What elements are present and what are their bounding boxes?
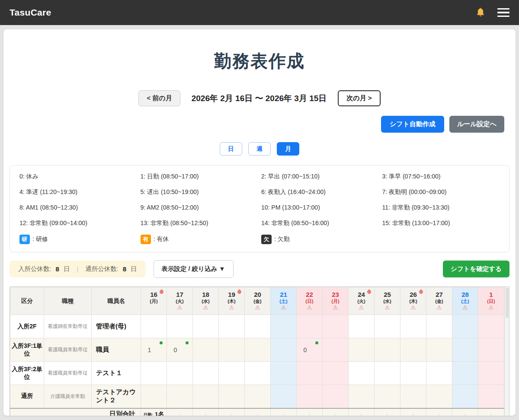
- staff-kubun: 入所3F:1単位: [10, 338, 44, 362]
- warning-icon: ⚠: [323, 304, 348, 311]
- date-column-header-23[interactable]: 23(月)⚠: [323, 287, 349, 315]
- shift-cell[interactable]: [167, 315, 193, 338]
- shift-cell[interactable]: [219, 315, 245, 338]
- shift-legend-item: 0: 休み: [18, 169, 139, 185]
- date-column-header-25[interactable]: 25(水)⚠: [375, 287, 400, 315]
- shift-cell[interactable]: [323, 385, 349, 408]
- shift-cell[interactable]: [426, 315, 452, 338]
- shift-cell[interactable]: [193, 338, 219, 362]
- view-tab-日[interactable]: 日: [220, 142, 242, 156]
- shift-cell[interactable]: [141, 315, 167, 338]
- shift-cell[interactable]: [478, 315, 504, 338]
- vertical-scrollbar-thumb[interactable]: [506, 288, 509, 318]
- notification-bell-icon[interactable]: [475, 7, 486, 18]
- shift-cell[interactable]: [271, 315, 297, 338]
- date-column-header-19[interactable]: 19(木)⚠: [219, 287, 245, 315]
- shift-cell[interactable]: [478, 338, 504, 362]
- shift-cell[interactable]: [375, 338, 400, 362]
- shift-cell[interactable]: [400, 315, 426, 338]
- next-month-button[interactable]: 次の月 >: [338, 90, 380, 106]
- shift-cell[interactable]: [426, 385, 452, 408]
- nyusho-holiday-value: 8: [56, 265, 59, 273]
- shift-cell[interactable]: [349, 385, 375, 408]
- daily-total-cell: -: [297, 408, 323, 416]
- shift-cell[interactable]: 0: [167, 338, 193, 362]
- shift-cell[interactable]: [219, 362, 245, 385]
- date-column-header-20[interactable]: 20(金)⚠: [245, 287, 271, 315]
- shift-cell[interactable]: [219, 338, 245, 362]
- shift-cell[interactable]: [452, 338, 478, 362]
- shift-cell[interactable]: [349, 315, 375, 338]
- date-column-header-24[interactable]: 24(火)⚠: [349, 287, 375, 315]
- date-number: 21: [271, 291, 296, 299]
- vertical-scrollbar[interactable]: [504, 287, 509, 416]
- shift-cell[interactable]: [297, 315, 323, 338]
- date-column-header-17[interactable]: 17(火)⚠: [167, 287, 193, 315]
- date-weekday: (土): [452, 299, 478, 304]
- empty-total: -: [490, 411, 492, 416]
- shift-cell[interactable]: [349, 338, 375, 362]
- shift-cell[interactable]: [245, 362, 271, 385]
- shift-cell[interactable]: [193, 385, 219, 408]
- shift-cell[interactable]: [271, 385, 297, 408]
- shift-cell[interactable]: [375, 362, 400, 385]
- view-tab-月[interactable]: 月: [277, 142, 299, 156]
- shift-cell[interactable]: [271, 338, 297, 362]
- shift-cell[interactable]: [245, 315, 271, 338]
- shift-cell[interactable]: [323, 315, 349, 338]
- confirm-shift-button[interactable]: シフトを確定する: [443, 261, 509, 277]
- shift-cell[interactable]: [426, 362, 452, 385]
- table-toolbar: 入所公休数: 8 日 | 通所公休数: 8 日 表示設定 / 絞り込み ▼ シフ…: [10, 260, 509, 278]
- daily-total-cell: -: [323, 408, 349, 416]
- shift-cell[interactable]: [141, 362, 167, 385]
- shift-cell[interactable]: [478, 362, 504, 385]
- nyusho-holiday-label: 入所公休数:: [18, 265, 51, 273]
- shift-cell[interactable]: [400, 338, 426, 362]
- shift-cell[interactable]: [167, 385, 193, 408]
- shift-cell[interactable]: [245, 338, 271, 362]
- shift-cell[interactable]: [452, 315, 478, 338]
- shift-cell[interactable]: [167, 362, 193, 385]
- shift-cell[interactable]: [297, 362, 323, 385]
- staff-row: 通所介護職員非常勤テストアカウント２: [10, 385, 504, 408]
- warning-icon: ⚠: [478, 304, 504, 311]
- shift-cell[interactable]: [426, 338, 452, 362]
- date-column-header-18[interactable]: 18(水)⚠: [193, 287, 219, 315]
- shift-cell[interactable]: [452, 385, 478, 408]
- date-column-header-21[interactable]: 21(土)⚠: [271, 287, 297, 315]
- column-header-name: 職員名: [92, 287, 141, 315]
- shift-cell[interactable]: [297, 385, 323, 408]
- date-column-header-16[interactable]: 16(月): [141, 287, 167, 315]
- view-tab-週[interactable]: 週: [248, 142, 271, 156]
- shift-cell[interactable]: [400, 362, 426, 385]
- shift-cell[interactable]: [193, 315, 219, 338]
- shift-cell[interactable]: 0: [297, 338, 323, 362]
- shift-cell[interactable]: [323, 338, 349, 362]
- shift-cell[interactable]: [219, 385, 245, 408]
- rule-settings-button[interactable]: ルール設定へ: [449, 116, 504, 133]
- date-column-header-26[interactable]: 26(木)⚠: [400, 287, 426, 315]
- shift-cell[interactable]: [349, 362, 375, 385]
- shift-cell[interactable]: [271, 362, 297, 385]
- date-column-header-28[interactable]: 28(土)⚠: [452, 287, 478, 315]
- date-column-header-27[interactable]: 27(金)⚠: [426, 287, 452, 315]
- date-column-header-1[interactable]: 1(日)⚠: [478, 287, 504, 315]
- menu-hamburger-icon[interactable]: [497, 8, 509, 17]
- shift-cell[interactable]: [452, 362, 478, 385]
- prev-month-button[interactable]: < 前の月: [138, 90, 180, 106]
- shift-cell[interactable]: [400, 385, 426, 408]
- date-column-header-22[interactable]: 22(日)⚠: [297, 287, 323, 315]
- shift-cell[interactable]: [478, 385, 504, 408]
- display-settings-filter-button[interactable]: 表示設定 / 絞り込み ▼: [154, 260, 234, 278]
- green-dot-indicator: [160, 341, 163, 344]
- shift-cell[interactable]: [141, 385, 167, 408]
- shift-cell[interactable]: [375, 385, 400, 408]
- shift-cell[interactable]: [375, 315, 400, 338]
- shift-cell[interactable]: [323, 362, 349, 385]
- shift-legend-item: 3: 準早 (07:50~16:00): [381, 169, 502, 185]
- shift-cell[interactable]: [245, 385, 271, 408]
- shift-cell[interactable]: 1: [141, 338, 167, 362]
- green-dot-indicator: [315, 341, 318, 344]
- shift-cell[interactable]: [193, 362, 219, 385]
- auto-create-shift-button[interactable]: シフト自動作成: [381, 116, 444, 133]
